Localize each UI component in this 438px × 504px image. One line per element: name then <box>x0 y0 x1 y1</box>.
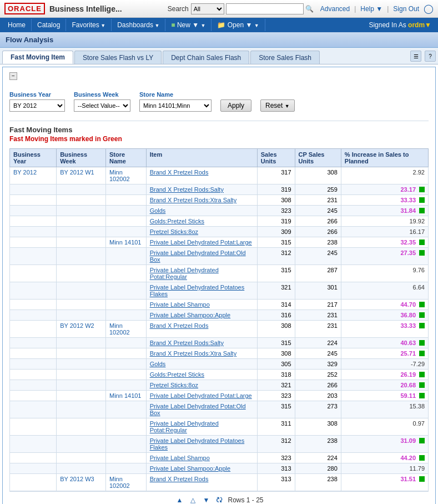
cell-su: 319 <box>257 184 295 195</box>
cell-bw <box>57 436 106 453</box>
by-select[interactable]: BY 2012 <box>9 99 65 112</box>
cell-item[interactable]: Private Label Dehydrated Potat:Regular <box>146 265 257 282</box>
cell-pct: 31.09 <box>341 436 428 453</box>
cell-item[interactable]: Private Label Dehydrated Potat:Regular <box>146 418 257 436</box>
cell-item[interactable]: Golds:Pretzel Sticks <box>146 370 257 380</box>
cell-item[interactable]: Pretzel Sticks:8oz <box>146 227 257 237</box>
cell-bw <box>57 418 106 436</box>
table-row: Brand X Pretzel Rods:Xtra Salty 308 231 … <box>10 195 429 206</box>
dashboards-dropdown[interactable]: Dashboards <box>112 19 165 31</box>
cell-su: 312 <box>257 248 295 265</box>
cell-item[interactable]: Private Label Shampo <box>146 453 257 463</box>
cell-su: 313 <box>257 474 295 491</box>
th-pct-increase: % Increase in Sales to Planned <box>341 149 428 167</box>
tab-dept-chain-sales-flash[interactable]: Dept Chain Sales Flash <box>163 51 249 64</box>
search-scope-select[interactable]: All <box>191 3 224 14</box>
cell-pct: 33.33 <box>341 195 428 206</box>
cell-item[interactable]: Private Label Shampo <box>146 300 257 310</box>
cell-bw <box>57 310 106 321</box>
cell-item[interactable]: Private Label Dehydrated Potat:Large <box>146 391 257 401</box>
cell-pct: 25.71 <box>341 348 428 359</box>
store-select[interactable]: Minn 14101;Minn <box>139 99 212 112</box>
cell-item[interactable]: Pretzel Sticks:8oz <box>146 380 257 391</box>
cell-item[interactable]: Golds:Pretzel Sticks <box>146 216 257 227</box>
cell-cp: 231 <box>295 321 341 338</box>
help-link[interactable]: Help ▼ <box>360 5 382 13</box>
favorites-dropdown[interactable]: Favorites <box>66 19 112 31</box>
help-tab-icon[interactable]: ? <box>425 51 436 62</box>
cell-su: 315 <box>257 265 295 282</box>
cell-cp: 252 <box>295 370 341 380</box>
cell-item[interactable]: Brand X Pretzel Rods <box>146 321 257 338</box>
cell-item[interactable]: Brand X Pretzel Rods <box>146 474 257 491</box>
table-row: Golds 323 245 31.84 <box>10 206 429 216</box>
cell-item[interactable]: Private Label Dehydrated Potat:Large <box>146 237 257 248</box>
table-header-row: Business Year Business Week Store Name I… <box>10 149 429 167</box>
table-row: Private Label Dehydrated Potatoes Flakes… <box>10 436 429 453</box>
catalog-link[interactable]: Catalog <box>32 19 66 31</box>
page-last-btn[interactable]: 🗘 <box>214 495 224 504</box>
manage-tabs-icon[interactable]: ☰ <box>410 51 421 62</box>
cell-item[interactable]: Brand X Pretzel Rods <box>146 167 257 184</box>
tab-store-sales-flash-ly[interactable]: Store Sales Flash vs LY <box>74 51 162 64</box>
apply-button[interactable]: Apply <box>220 99 251 112</box>
main-panel: − Business Year BY 2012 Business Week --… <box>2 67 436 504</box>
cell-pct: 9.76 <box>341 265 428 282</box>
search-icon[interactable]: 🔍 <box>305 5 314 13</box>
cell-cp: 238 <box>295 436 341 453</box>
cell-store <box>106 338 147 348</box>
table-row: Private Label Shampoo:Apple 313 280 11.7… <box>10 463 429 474</box>
cell-item[interactable]: Private Label Dehydrated Potat:Old Box <box>146 248 257 265</box>
collapse-button[interactable]: − <box>9 72 17 80</box>
cell-bw <box>57 300 106 310</box>
cell-item[interactable]: Private Label Shampoo:Apple <box>146 463 257 474</box>
cell-by <box>10 282 57 300</box>
bw-label: Business Week <box>74 91 130 98</box>
cell-item[interactable]: Golds <box>146 206 257 216</box>
cell-pct: 6.64 <box>341 282 428 300</box>
cell-cp: 217 <box>295 300 341 310</box>
cell-cp: 308 <box>295 167 341 184</box>
page-first-btn[interactable]: ▲ <box>174 495 184 504</box>
tab-store-sales-flash[interactable]: Store Sales Flash <box>250 51 320 64</box>
page-prev-btn[interactable]: △ <box>188 495 198 504</box>
green-flag-indicator <box>419 455 425 461</box>
cell-su: 315 <box>257 237 295 248</box>
cell-item[interactable]: Brand X Pretzel Rods:Xtra Salty <box>146 348 257 359</box>
cell-su: 313 <box>257 463 295 474</box>
app-title-bar: Flow Analysis <box>0 32 438 48</box>
page-next-btn[interactable]: ▼ <box>201 495 211 504</box>
signout-link[interactable]: Sign Out <box>393 5 419 13</box>
new-dropdown[interactable]: ■ New ▼ <box>165 19 212 31</box>
cell-item[interactable]: Brand X Pretzel Rods:Salty <box>146 338 257 348</box>
cell-by <box>10 248 57 265</box>
bw-select[interactable]: --Select Value-- <box>74 99 130 112</box>
cell-bw <box>57 453 106 463</box>
search-input[interactable] <box>226 3 304 14</box>
table-row: BY 2012 W2 Minn 102002 Brand X Pretzel R… <box>10 321 429 338</box>
cell-su: 311 <box>257 418 295 436</box>
cell-cp: 308 <box>295 418 341 436</box>
cell-bw: BY 2012 W2 <box>57 321 106 338</box>
cell-item[interactable]: Golds <box>146 359 257 370</box>
cell-cp: 266 <box>295 380 341 391</box>
header-search: Search All 🔍 <box>168 3 316 14</box>
cell-store <box>106 370 147 380</box>
cell-store <box>106 418 147 436</box>
green-flag-indicator <box>419 372 425 377</box>
cell-item[interactable]: Private Label Dehydrated Potatoes Flakes <box>146 436 257 453</box>
cell-item[interactable]: Brand X Pretzel Rods:Xtra Salty <box>146 195 257 206</box>
cell-item[interactable]: Brand X Pretzel Rods:Salty <box>146 184 257 195</box>
cell-item[interactable]: Private Label Dehydrated Potat:Old Box <box>146 401 257 418</box>
section-heading: Fast Moving Items <box>9 126 429 134</box>
reset-button[interactable]: Reset <box>260 99 295 112</box>
cell-item[interactable]: Private Label Shampoo:Apple <box>146 310 257 321</box>
open-dropdown[interactable]: 📁 Open ▼ <box>212 19 265 31</box>
home-link[interactable]: Home <box>2 19 32 31</box>
table-row: Private Label Shampo 314 217 44.70 <box>10 300 429 310</box>
advanced-link[interactable]: Advanced <box>320 5 350 13</box>
tab-fast-moving-item[interactable]: Fast Moving Item <box>2 51 73 64</box>
cell-store <box>106 282 147 300</box>
cell-cp: 287 <box>295 265 341 282</box>
cell-item[interactable]: Private Label Dehydrated Potatoes Flakes <box>146 282 257 300</box>
